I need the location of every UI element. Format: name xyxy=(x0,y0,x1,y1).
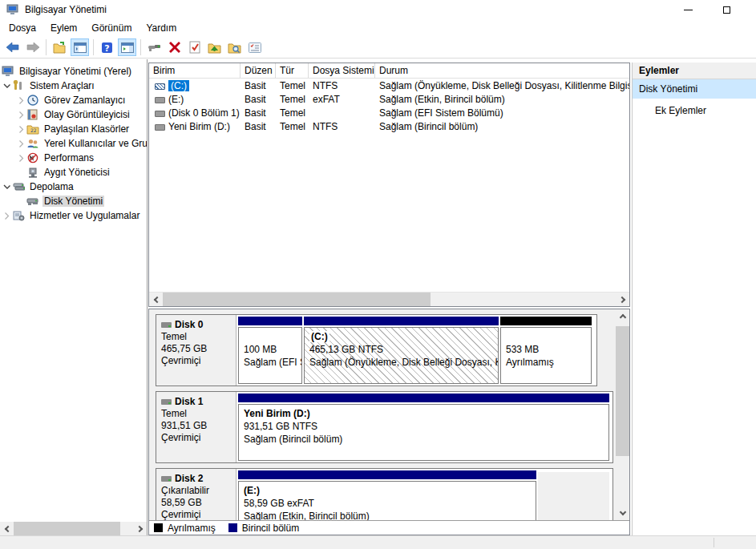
forward-icon[interactable] xyxy=(23,38,42,56)
app-icon xyxy=(6,4,19,15)
chevron-right-icon[interactable] xyxy=(16,95,26,105)
actions-pane: Eylemler Disk Yönetimi Ek Eylemler xyxy=(632,63,756,535)
column-header-volume[interactable]: Birim xyxy=(149,63,241,78)
volume-layout: Basit xyxy=(241,80,276,91)
column-header-layout[interactable]: Düzen xyxy=(241,63,276,78)
partition-unallocated[interactable]: 533 MB Ayrılmamış xyxy=(500,317,592,384)
menu-action[interactable]: Eylem xyxy=(43,21,84,35)
menu-help[interactable]: Yardım xyxy=(139,21,184,35)
disk2-label[interactable]: Disk 2 Çıkarılabilir 58,59 GB Çevrimiçi xyxy=(156,469,237,520)
help-icon[interactable]: ? xyxy=(98,38,116,56)
mark-active-icon[interactable] xyxy=(185,38,204,56)
properties-list-icon[interactable] xyxy=(245,38,264,56)
disk0-partitions: 100 MB Sağlam (EFI S (C:) 465,13 GB NTFS… xyxy=(237,315,596,386)
export-list-icon[interactable] xyxy=(51,38,69,56)
tree-item-local-users-groups[interactable]: Yerel Kullanıcılar ve Gru xyxy=(0,136,147,151)
menu-view[interactable]: Görünüm xyxy=(84,21,139,35)
volume-row-d[interactable]: Yeni Birim (D:) Basit Temel NTFS Sağlam … xyxy=(149,119,629,133)
explore-icon[interactable] xyxy=(225,38,244,56)
shared-folders-icon: 22 xyxy=(26,123,39,135)
chevron-right-icon[interactable] xyxy=(2,211,12,220)
column-header-filesystem[interactable]: Dosya Sistemi xyxy=(309,63,375,78)
volume-status: Sağlam (Birincil bölüm) xyxy=(375,121,629,132)
disk-status: Çevrimiçi xyxy=(161,432,232,444)
tools-icon xyxy=(12,80,25,91)
tree-item-event-viewer[interactable]: Olay Görüntüleyicisi xyxy=(0,107,147,122)
disk1-partitions: Yeni Birim (D:) 931,51 GB NTFS Sağlam (B… xyxy=(237,392,612,462)
volume-row-efi[interactable]: (Disk 0 Bölüm 1) Basit Temel Sağlam (EFI… xyxy=(149,106,629,119)
tree-item-disk-management[interactable]: Disk Yönetimi xyxy=(0,194,147,208)
legend-label: Birincil bölüm xyxy=(242,523,299,534)
tree-item-storage[interactable]: Depolama xyxy=(0,180,147,194)
partition-d[interactable]: Yeni Birim (D:) 931,51 GB NTFS Sağlam (B… xyxy=(238,394,609,461)
chevron-right-icon[interactable] xyxy=(16,153,26,163)
delete-icon[interactable] xyxy=(165,38,184,56)
actions-header: Eylemler xyxy=(633,63,756,79)
volume-row-e[interactable]: (E:) Basit Temel exFAT Sağlam (Etkin, Bi… xyxy=(149,92,629,106)
chevron-right-icon[interactable] xyxy=(16,110,26,119)
volume-name: (C:) xyxy=(168,80,189,91)
tree-item-task-scheduler[interactable]: Görev Zamanlayıcı xyxy=(0,93,147,107)
partition-size: 100 MB xyxy=(244,343,297,356)
scroll-left-icon[interactable] xyxy=(0,522,14,535)
scrollbar-thumb[interactable] xyxy=(163,293,431,306)
toolbar-separator xyxy=(46,39,46,55)
tree-item-device-manager[interactable]: Aygıt Yöneticisi xyxy=(0,165,147,180)
toolbar-separator xyxy=(93,39,94,55)
minimize-button[interactable] xyxy=(674,0,701,19)
volume-layout: Basit xyxy=(241,94,276,105)
chevron-right-icon[interactable] xyxy=(16,139,26,148)
tree-item-computer-management[interactable]: Bilgisayar Yönetimi (Yerel) xyxy=(0,64,147,79)
action-item-more-actions[interactable]: Ek Eylemler xyxy=(633,102,756,118)
scrollbar-thumb[interactable] xyxy=(14,522,120,535)
tree-item-performance[interactable]: Performans xyxy=(0,151,147,165)
toolbar: ? xyxy=(0,37,756,59)
volume-type: Temel xyxy=(276,121,309,132)
task-scheduler-icon xyxy=(26,95,39,106)
console-snapin-icon[interactable] xyxy=(145,38,164,56)
scroll-right-icon[interactable] xyxy=(133,522,147,535)
partition-title: (E:) xyxy=(244,484,531,497)
volume-type: Temel xyxy=(276,94,309,105)
maximize-button[interactable] xyxy=(713,0,740,19)
partition-e[interactable]: (E:) 58,59 GB exFAT Sağlam (Etkin, Birin… xyxy=(238,470,536,520)
tree-item-services-applications[interactable]: Hizmetler ve Uygulamalar xyxy=(0,208,147,223)
tree-item-shared-folders[interactable]: 22 Paylaşılan Klasörler xyxy=(0,122,147,136)
console-tree-panel: Bilgisayar Yönetimi (Yerel) Sistem Araçl… xyxy=(0,59,148,535)
svg-text:22: 22 xyxy=(30,127,37,133)
disk1-label[interactable]: Disk 1 Temel 931,51 GB Çevrimiçi xyxy=(156,392,237,462)
chevron-down-icon[interactable] xyxy=(2,182,12,192)
menu-file[interactable]: Dosya xyxy=(2,21,43,35)
disk0-label[interactable]: Disk 0 Temel 465,75 GB Çevrimiçi xyxy=(156,315,237,386)
partition-color-bar xyxy=(238,394,609,402)
partition-efi[interactable]: 100 MB Sağlam (EFI S xyxy=(238,317,302,384)
volume-horizontal-scrollbar[interactable] xyxy=(149,292,629,306)
status-bar-divider xyxy=(714,538,714,547)
chevron-right-icon[interactable] xyxy=(16,124,26,134)
tree-item-system-tools[interactable]: Sistem Araçları xyxy=(0,79,147,93)
disk-vertical-scrollbar[interactable] xyxy=(616,309,629,520)
back-icon[interactable] xyxy=(3,38,22,56)
open-parent-folder-icon[interactable] xyxy=(205,38,224,56)
partition-status: Sağlam (Birincil bölüm) xyxy=(244,433,604,446)
services-icon xyxy=(12,210,25,221)
action-item-disk-management[interactable]: Disk Yönetimi xyxy=(633,79,756,99)
scroll-up-icon[interactable] xyxy=(616,309,629,323)
disk-management-icon xyxy=(26,196,39,207)
column-header-type[interactable]: Tür xyxy=(276,63,309,78)
volume-row-c[interactable]: (C:) Basit Temel NTFS Sağlam (Önyükleme,… xyxy=(149,79,629,92)
volume-filesystem: exFAT xyxy=(309,94,375,105)
scroll-down-icon[interactable] xyxy=(616,507,629,520)
show-action-pane-icon[interactable] xyxy=(118,38,136,56)
tree-horizontal-scrollbar[interactable] xyxy=(0,522,147,535)
tree-item-label: Paylaşılan Klasörler xyxy=(42,123,131,135)
computer-management-window: Bilgisayar Yönetimi Dosya Eylem Görünüm … xyxy=(0,0,756,549)
disk-status: Çevrimiçi xyxy=(161,509,232,520)
chevron-down-icon[interactable] xyxy=(2,81,12,91)
scrollbar-thumb[interactable] xyxy=(616,326,629,456)
column-header-status[interactable]: Durum xyxy=(375,63,629,78)
scroll-right-icon[interactable] xyxy=(616,293,629,306)
scroll-left-icon[interactable] xyxy=(149,293,163,306)
show-console-tree-icon[interactable] xyxy=(71,38,89,56)
partition-c[interactable]: (C:) 465,13 GB NTFS Sağlam (Önyükleme, D… xyxy=(304,317,499,384)
